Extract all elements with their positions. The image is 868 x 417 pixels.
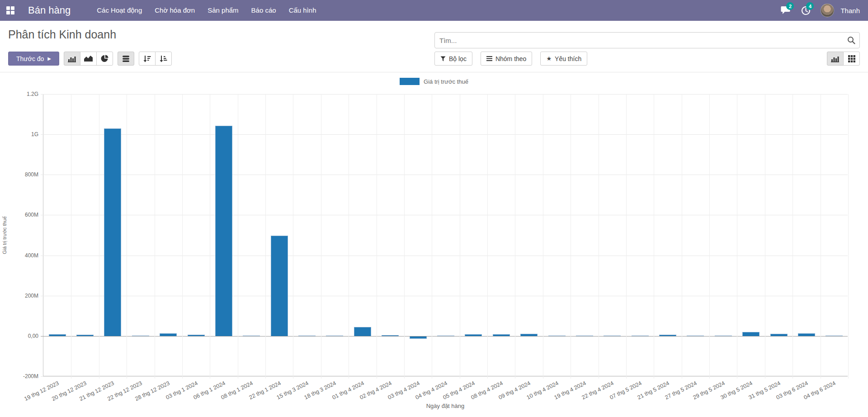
sort-desc-button[interactable] bbox=[139, 52, 156, 66]
legend-label: Giá trị trước thuế bbox=[424, 78, 468, 85]
menu-activities[interactable]: Các Hoạt động bbox=[90, 0, 148, 21]
bar[interactable] bbox=[798, 333, 815, 336]
x-gridline bbox=[654, 94, 654, 379]
bar[interactable] bbox=[826, 336, 843, 336]
graph-view-button[interactable] bbox=[827, 52, 844, 66]
messages-button[interactable]: 2 bbox=[777, 0, 794, 21]
bar[interactable] bbox=[437, 336, 454, 336]
x-gridline bbox=[709, 94, 710, 379]
bar[interactable] bbox=[493, 334, 510, 336]
bar[interactable] bbox=[132, 336, 149, 336]
menu-configuration[interactable]: Cấu hình bbox=[283, 0, 323, 21]
caret-right-icon: ▶ bbox=[47, 56, 51, 61]
line-chart-button[interactable] bbox=[80, 52, 97, 66]
bar[interactable] bbox=[271, 236, 288, 336]
bar-chart-button[interactable] bbox=[64, 52, 80, 66]
bar[interactable] bbox=[465, 334, 482, 336]
legend-item[interactable]: Giá trị trước thuế bbox=[0, 78, 868, 85]
bar[interactable] bbox=[548, 336, 566, 336]
bar[interactable] bbox=[188, 335, 205, 336]
x-gridline bbox=[155, 94, 155, 379]
bar[interactable] bbox=[215, 126, 232, 336]
bar[interactable] bbox=[576, 336, 593, 336]
activities-button[interactable]: 4 bbox=[797, 0, 814, 21]
filters-button[interactable]: Bộ lọc bbox=[434, 52, 472, 66]
zero-line bbox=[41, 336, 848, 336]
x-gridline bbox=[404, 94, 405, 379]
y-gridline bbox=[41, 296, 848, 296]
bar[interactable] bbox=[298, 336, 316, 336]
sort-group bbox=[139, 52, 172, 66]
x-axis-title: Ngày đặt hàng bbox=[43, 403, 848, 409]
y-tick-label: 600M bbox=[2, 212, 38, 218]
x-gridline bbox=[210, 94, 210, 379]
bar[interactable] bbox=[632, 336, 649, 336]
x-gridline bbox=[71, 94, 71, 379]
graph-toolbar: Thước đo ▶ bbox=[8, 52, 172, 66]
bar[interactable] bbox=[49, 334, 66, 336]
bar[interactable] bbox=[410, 336, 427, 339]
view-switcher bbox=[827, 52, 860, 66]
x-gridline bbox=[377, 94, 377, 379]
sort-desc-icon bbox=[143, 55, 151, 62]
menu-to-invoice[interactable]: Chờ hóa đơn bbox=[148, 0, 201, 21]
bar[interactable] bbox=[354, 327, 371, 336]
bar[interactable] bbox=[160, 333, 177, 336]
star-icon: ★ bbox=[546, 55, 552, 62]
pie-chart-icon bbox=[101, 55, 108, 62]
filters-label: Bộ lọc bbox=[449, 55, 467, 62]
measures-button[interactable]: Thước đo ▶ bbox=[8, 52, 59, 66]
y-tick-label: 1G bbox=[2, 131, 38, 137]
sort-asc-button[interactable] bbox=[155, 52, 172, 66]
bar[interactable] bbox=[715, 336, 732, 336]
apps-menu-button[interactable] bbox=[0, 0, 21, 21]
x-gridline bbox=[238, 94, 238, 379]
measures-label: Thước đo bbox=[16, 55, 44, 62]
menu-reporting[interactable]: Báo cáo bbox=[245, 0, 283, 21]
user-avatar[interactable] bbox=[821, 4, 834, 17]
funnel-icon bbox=[440, 56, 446, 62]
y-tick-label: -200M bbox=[2, 373, 38, 379]
bar[interactable] bbox=[104, 128, 121, 336]
pie-chart-button[interactable] bbox=[96, 52, 113, 66]
user-name[interactable]: Thanh bbox=[840, 7, 860, 14]
bar[interactable] bbox=[382, 335, 399, 336]
bar[interactable] bbox=[687, 336, 704, 336]
app-title: Bán hàng bbox=[28, 5, 71, 16]
bar[interactable] bbox=[659, 335, 676, 336]
systray: 2 4 Thanh bbox=[777, 0, 868, 21]
x-gridline bbox=[321, 94, 321, 379]
bar[interactable] bbox=[520, 334, 538, 336]
x-gridline bbox=[571, 94, 571, 379]
search-input[interactable] bbox=[434, 32, 860, 48]
x-gridline bbox=[127, 94, 127, 379]
favorites-button[interactable]: ★ Yêu thích bbox=[540, 52, 587, 66]
bar[interactable] bbox=[243, 336, 260, 336]
stacked-button[interactable] bbox=[118, 52, 134, 66]
y-gridline bbox=[41, 175, 848, 175]
x-gridline bbox=[626, 94, 627, 379]
x-gridline bbox=[265, 94, 266, 379]
y-gridline bbox=[41, 256, 848, 256]
x-gridline bbox=[599, 94, 599, 379]
x-gridline bbox=[182, 94, 183, 379]
bar[interactable] bbox=[604, 336, 621, 336]
groupby-button[interactable]: Nhóm theo bbox=[481, 52, 532, 66]
bar[interactable] bbox=[76, 335, 94, 336]
control-panel: Phân tích Kinh doanh Thước đo ▶ bbox=[0, 21, 868, 72]
area-chart-icon bbox=[84, 55, 93, 62]
y-gridline bbox=[41, 215, 848, 215]
graph-view-icon bbox=[831, 55, 840, 62]
bar[interactable] bbox=[326, 336, 343, 336]
search-icon[interactable] bbox=[847, 36, 855, 44]
pivot-view-icon bbox=[848, 55, 855, 62]
bar[interactable] bbox=[742, 332, 760, 336]
pivot-view-button[interactable] bbox=[843, 52, 860, 66]
bar[interactable] bbox=[770, 334, 788, 336]
x-gridline bbox=[543, 94, 543, 379]
menu-products[interactable]: Sản phẩm bbox=[201, 0, 245, 21]
y-tick-label: 1.2G bbox=[2, 91, 38, 97]
bar-chart-icon bbox=[68, 55, 76, 62]
x-gridline bbox=[487, 94, 488, 379]
x-gridline bbox=[682, 94, 682, 379]
